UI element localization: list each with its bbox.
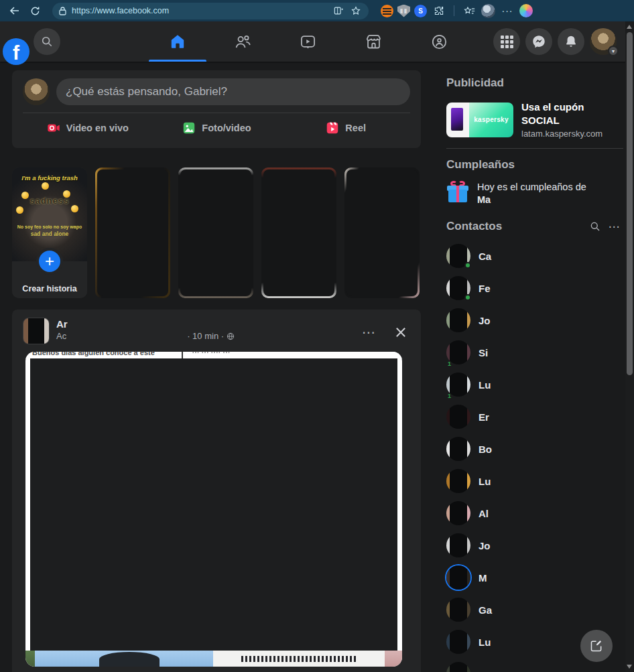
birthday-row[interactable]: Hoy es el cumpleaños de Ma [446, 181, 623, 206]
sponsored-ad[interactable]: kaspersky Usa el cupón SOCIAL latam.kasp… [446, 100, 623, 139]
url-text[interactable]: https://www.facebook.com [72, 6, 327, 15]
post-image[interactable]: Buenos dias alguien conoce a este ··· ··… [25, 352, 402, 667]
post-byline[interactable]: Ac [56, 330, 66, 342]
nav-tabs [145, 21, 472, 62]
scrollbar-up-arrow[interactable] [627, 25, 632, 29]
contact-name: Jo [479, 540, 491, 551]
contact-avatar [446, 405, 470, 429]
scrollbar-down-arrow[interactable] [627, 665, 632, 669]
back-icon[interactable] [7, 3, 23, 19]
contact-name: Er [479, 411, 489, 423]
new-message-button[interactable] [580, 630, 613, 662]
ad-product-box [446, 103, 469, 137]
post-image-bottom-strip [25, 651, 402, 667]
post-author-name[interactable]: Ar [56, 318, 359, 330]
add-story-icon[interactable]: + [36, 248, 63, 275]
browser-toolbar: https://www.facebook.com ▮▮ S ··· [0, 0, 634, 21]
post-header: Ar Ac · 10 min · ⋯ [12, 310, 421, 344]
groups-icon [430, 33, 448, 51]
tab-friends[interactable] [210, 21, 276, 62]
contact-row[interactable]: Lu [446, 465, 623, 497]
post-time-text: · 10 min · [187, 330, 224, 342]
favorite-star-icon[interactable] [350, 3, 362, 19]
browser-profile-avatar[interactable] [481, 4, 495, 18]
apps-menu-button[interactable] [493, 28, 520, 55]
contact-name: Ca [479, 251, 491, 262]
contacts-search-icon[interactable] [586, 217, 605, 236]
post-author-avatar[interactable] [23, 318, 50, 344]
pencil-square-icon [590, 639, 603, 653]
online-badge: 1 [448, 393, 451, 399]
meme-text-3: No soy feo solo no soy wapo [12, 224, 87, 229]
online-dot [464, 294, 471, 301]
post-image-caption-strip: Buenos dias alguien conoce a este ··· ··… [25, 352, 402, 358]
create-story-card[interactable]: I'm a fucking trash sadness No soy feo s… [12, 167, 87, 298]
live-video-button[interactable]: Video en vivo [23, 113, 152, 143]
reel-button[interactable]: Reel [281, 113, 410, 143]
extension-shield-icon[interactable]: ▮▮ [397, 5, 410, 17]
birthday-name[interactable]: Ma [477, 194, 491, 205]
tab-groups[interactable] [406, 21, 472, 62]
story-card[interactable] [178, 167, 253, 298]
extensions-puzzle-icon[interactable] [431, 3, 447, 19]
address-bar[interactable]: https://www.facebook.com [52, 3, 369, 19]
contact-row[interactable]: M [446, 561, 623, 594]
contact-row[interactable]: Ga [446, 594, 623, 626]
tab-home[interactable] [145, 21, 210, 62]
contact-name: Lu [479, 379, 491, 391]
post-image-redaction [30, 358, 397, 651]
reel-icon [325, 121, 340, 135]
browser-menu-icon[interactable]: ··· [499, 3, 515, 19]
favorites-bar-icon[interactable] [461, 3, 477, 19]
search-button[interactable] [34, 28, 60, 55]
post-timestamp[interactable]: · 10 min · [187, 330, 235, 342]
status-input[interactable]: ¿Qué estás pensando, Gabriel? [56, 78, 410, 105]
split-screen-icon[interactable] [332, 3, 344, 19]
story-card[interactable] [95, 167, 170, 298]
tab-watch[interactable] [275, 21, 341, 62]
contact-row[interactable]: Jo [446, 529, 623, 561]
contact-name: M [479, 572, 487, 584]
contact-avatar [446, 662, 470, 672]
contact-row[interactable]: 1 Lu [446, 368, 623, 401]
live-video-icon [46, 121, 61, 135]
photo-video-label: Foto/video [202, 123, 251, 133]
contact-avatar [446, 533, 470, 557]
copilot-icon[interactable] [519, 4, 533, 17]
contact-row[interactable]: Er [446, 401, 623, 433]
facebook-logo[interactable]: f [3, 38, 29, 65]
messenger-button[interactable] [525, 28, 552, 55]
story-card[interactable] [344, 167, 420, 298]
profile-button[interactable]: ▾ [590, 28, 617, 55]
post-more-icon[interactable]: ⋯ [359, 323, 378, 342]
contact-row[interactable]: 1 Si [446, 336, 623, 368]
refresh-icon[interactable] [27, 3, 43, 19]
ad-domain[interactable]: latam.kaspersky.com [521, 129, 623, 139]
contacts-more-icon[interactable]: ⋯ [605, 217, 623, 236]
tab-marketplace[interactable] [341, 21, 407, 62]
story-card[interactable] [261, 167, 336, 298]
photo-video-button[interactable]: Foto/video [152, 113, 281, 143]
page-scrollbar[interactable] [625, 21, 634, 672]
contact-row[interactable]: Jo [446, 304, 623, 336]
contact-avatar [446, 469, 470, 493]
story-redaction [180, 170, 251, 296]
notifications-button[interactable] [558, 28, 584, 55]
contact-avatar [446, 565, 470, 590]
extension-equalizer-icon[interactable] [381, 5, 393, 17]
extension-shazam-icon[interactable]: S [414, 5, 427, 17]
contact-avatar [446, 244, 470, 268]
ad-title[interactable]: Usa el cupón SOCIAL [521, 100, 623, 127]
right-sidebar: Publicidad kaspersky Usa el cupón SOCIAL… [446, 62, 623, 672]
contact-row[interactable]: Bo [446, 433, 623, 465]
marketplace-icon [365, 33, 383, 51]
composer-avatar[interactable] [23, 78, 50, 105]
contact-row[interactable]: Fe [446, 272, 623, 304]
scrollbar-thumb[interactable] [627, 32, 633, 375]
contact-avatar [446, 630, 470, 654]
contact-name: Fe [479, 283, 491, 294]
contact-name: Jo [479, 315, 491, 326]
contact-row[interactable]: Al [446, 497, 623, 529]
post-close-icon[interactable] [391, 323, 410, 342]
contact-row[interactable]: Ca [446, 240, 623, 272]
